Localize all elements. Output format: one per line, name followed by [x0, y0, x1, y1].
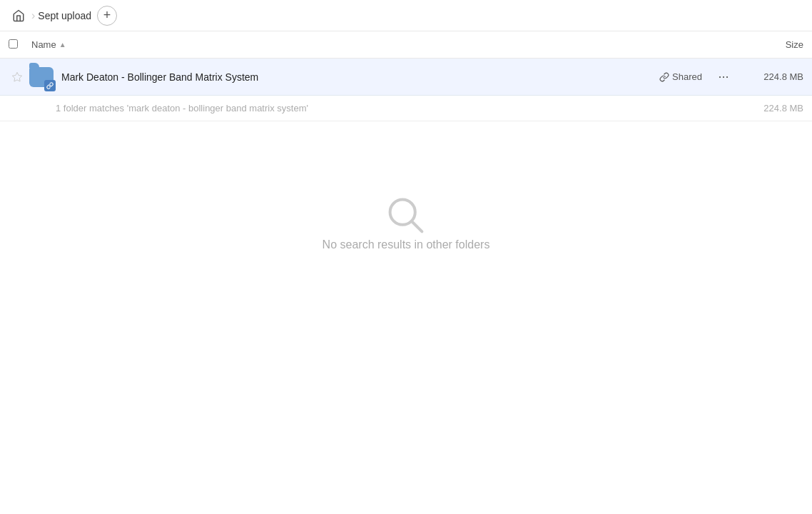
match-row: 1 folder matches 'mark deaton - bollinge… — [0, 96, 812, 121]
breadcrumb-label: Sept upload — [38, 10, 91, 21]
file-row[interactable]: Mark Deaton - Bollinger Band Matrix Syst… — [0, 59, 812, 96]
match-size: 224.8 MB — [739, 103, 803, 114]
svg-line-2 — [412, 221, 422, 231]
select-all-checkbox[interactable] — [9, 39, 18, 49]
file-name: Mark Deaton - Bollinger Band Matrix Syst… — [61, 71, 659, 83]
shared-label: Shared — [672, 71, 702, 82]
column-header: Name ▲ Size — [0, 31, 812, 59]
home-icon — [12, 9, 25, 22]
home-button[interactable] — [9, 6, 29, 26]
add-button[interactable]: + — [97, 6, 117, 26]
svg-marker-0 — [12, 72, 21, 81]
match-text: 1 folder matches 'mark deaton - bollinge… — [56, 103, 739, 114]
name-column-header[interactable]: Name ▲ — [31, 39, 739, 50]
link-badge-icon — [46, 82, 54, 89]
breadcrumb-separator: › — [31, 9, 35, 22]
no-results-search-icon — [383, 193, 429, 238]
top-nav: › Sept upload + — [0, 0, 812, 31]
folder-link-badge — [44, 80, 56, 91]
sort-arrow-icon: ▲ — [59, 41, 66, 49]
no-results-text: No search results in other folders — [323, 238, 490, 251]
star-button[interactable] — [9, 69, 26, 86]
folder-icon-wrap — [29, 64, 54, 90]
more-options-button[interactable]: ··· — [714, 67, 734, 87]
header-checkbox[interactable] — [9, 39, 26, 51]
link-icon — [659, 72, 669, 82]
empty-state: No search results in other folders — [0, 193, 812, 251]
shared-badge: Shared — [659, 71, 702, 82]
file-size: 224.8 MB — [739, 71, 803, 82]
size-column-header: Size — [739, 39, 803, 50]
star-icon — [11, 71, 23, 83]
